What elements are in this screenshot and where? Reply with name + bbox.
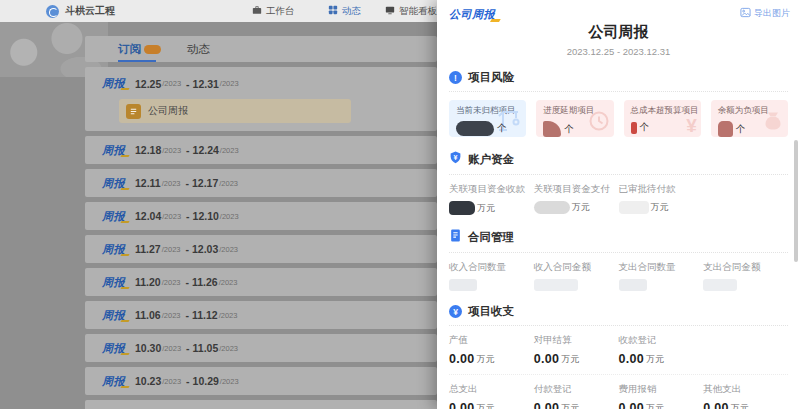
date-end-year: /2023 [220,212,239,221]
metric-label: 支出合同数量 [619,261,704,274]
app-logo-icon [46,5,59,18]
date-start-year: /2023 [162,344,181,353]
budget-row2: 总支出 0.00万元 付款登记 0.00万元 费用报销 0.00万元 其他支出 … [449,383,788,409]
section-risk-header: ! 项目风险 [449,70,788,85]
section-funds-title: 账户资金 [468,152,514,167]
date-start: 10.23 [135,375,161,387]
date-end-year: /2023 [219,311,238,320]
list-item[interactable]: 周报 12.11/2023-12.17/2023 [85,169,437,197]
divider [449,374,788,375]
date-end-year: /2023 [219,344,238,353]
metric-label: 收款登记 [619,334,704,347]
weekly-report-logo: 周报 [102,374,125,389]
date-separator: - [186,375,190,387]
list-item[interactable]: 周报 11.27/2023-12.03/2023 [85,235,437,263]
date-end-year: /2023 [220,79,239,88]
budget-row1: 产值 0.00万元 对甲结算 0.00万元 收款登记 0.00万元 [449,334,788,366]
date-end: 11.26 [192,276,218,288]
date-separator: - [185,309,189,321]
metric-label: 付款登记 [534,383,619,396]
metric-expense-contract-count: 支出合同数量 [619,261,704,291]
tab-subscriptions[interactable]: 订阅 [118,42,161,57]
app-root: 斗栱云工程 工作台 动态 智能看板 订阅 动态 [0,0,800,409]
metric-value: 0.00 [619,352,645,366]
section-risk-title: 项目风险 [468,70,514,85]
weekly-report-logo: 周报 [102,176,125,191]
tab-subscriptions-label: 订阅 [118,42,141,57]
metric-value: 0.00 [619,401,645,409]
redacted-value [456,121,494,136]
nav-smart-board-label: 智能看板 [399,5,437,18]
unit-label: 万元 [731,402,749,409]
date-start: 12.11 [135,177,161,189]
date-end-year: /2023 [219,245,238,254]
subitem-label: 公司周报 [148,104,188,118]
date-start: 12.18 [135,144,161,156]
metric-label: 支出合同金额 [703,261,788,274]
list-subitem-company-weekly[interactable]: 公司周报 [119,99,351,123]
report-title: 公司周报 [437,23,800,42]
metric-label: 已审批待付款 [619,183,704,196]
briefcase-icon [252,5,262,17]
metric-total-expense: 总支出 0.00万元 [449,383,534,409]
export-image-button[interactable]: 导出图片 [740,7,790,20]
redacted-value [703,279,737,291]
date-end: 10.29 [193,375,219,387]
redacted-value [534,279,578,291]
weekly-report-logo: 周报 [102,308,125,323]
nav-dynamics-label: 动态 [342,5,361,18]
risk-card-unarchived: 当前未归档项目 个 [449,100,526,137]
list-item-partial[interactable] [85,400,437,409]
date-separator: - [186,342,190,354]
active-tab-underline [118,60,156,62]
metric-receipt-registration: 收款登记 0.00万元 [619,334,704,366]
redacted-value [534,201,570,214]
risk-card-delayed: 进度延期项目 个 [536,100,613,137]
metric-income-contract-count: 收入合同数量 [449,261,534,291]
list-tabs: 订阅 动态 [85,36,437,62]
risk-cards: 当前未归档项目 个 进度延期项目 个 总成本超预算项目 个 ¥ 余额为负项目 个 [449,100,788,137]
date-end: 11.12 [192,309,218,321]
date-end: 12.24 [193,144,219,156]
export-image-label: 导出图片 [754,7,790,20]
list-item[interactable]: 周报 11.06/2023-11.12/2023 [85,301,437,329]
section-budget-title: 项目收支 [468,304,514,319]
weekly-report-drawer: 公司周报 导出图片 公司周报 2023.12.25 - 2023.12.31 !… [437,0,800,409]
unit-label: 个 [640,121,650,134]
redacted-value [631,122,637,134]
nav-dynamics[interactable]: 动态 [328,0,361,22]
list-item-expanded[interactable]: 周报 12.25 /2023 - 12.31 /2023 公司周报 [85,67,437,131]
contracts-metrics: 收入合同数量 收入合同金额 支出合同数量 支出合同金额 [449,261,788,291]
metric-label: 对甲结算 [534,334,619,347]
list-item[interactable]: 周报 10.23/2023-10.29/2023 [85,367,437,395]
date-start-year: /2023 [162,212,181,221]
risk-card-negative-balance: 余额为负项目 个 [711,100,788,137]
list-item[interactable]: 周报 11.20/2023-11.26/2023 [85,268,437,296]
redacted-value [619,201,649,214]
date-end-year: /2023 [220,146,239,155]
unit-label: 个 [736,123,746,136]
nav-workbench[interactable]: 工作台 [252,0,295,22]
alert-icon: ! [449,71,462,84]
unit-label: 万元 [651,201,669,214]
list-item[interactable]: 周报 12.18/2023-12.24/2023 [85,136,437,164]
metric-value: 0.00 [703,401,729,409]
funds-metrics: 关联项目资金收款 万元 关联项目资金支付 万元 已审批待付款 万元 [449,183,788,215]
redacted-value [449,279,477,291]
date-end: 12.03 [192,243,218,255]
unit-label: 万元 [646,353,664,366]
tab-dynamics[interactable]: 动态 [187,42,210,57]
metric-label: 总支出 [449,383,534,396]
metric-value: 0.00 [449,401,475,409]
list-item[interactable]: 周报 10.30/2023-11.05/2023 [85,334,437,362]
date-end-year: /2023 [220,377,239,386]
date-end: 12.31 [193,78,219,90]
weekly-report-logo: 周报 [102,275,125,290]
redacted-value [619,279,647,291]
date-separator: - [185,177,189,189]
list-item[interactable]: 周报 12.04/2023-12.10/2023 [85,202,437,230]
drawer-scrollbar[interactable] [794,140,798,262]
risk-card-over-budget: 总成本超预算项目 个 ¥ [624,100,701,137]
unit-label: 万元 [561,402,579,409]
date-start-year: /2023 [162,179,181,188]
